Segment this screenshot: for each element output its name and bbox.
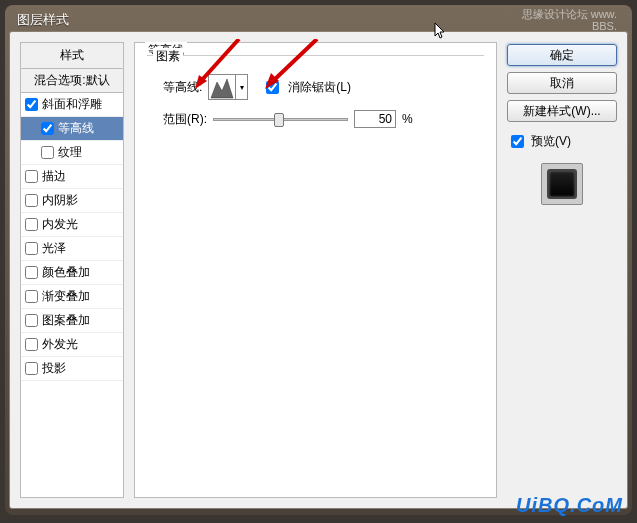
watermark-top-line2: BBS. (522, 20, 617, 32)
style-label: 纹理 (58, 144, 82, 161)
style-checkbox[interactable] (25, 362, 38, 375)
style-checkbox[interactable] (25, 194, 38, 207)
style-checkbox[interactable] (25, 314, 38, 327)
preview-label: 预览(V) (531, 133, 571, 150)
style-label: 外发光 (42, 336, 78, 353)
styles-panel: 样式 混合选项:默认 斜面和浮雕等高线纹理描边内阴影内发光光泽颜色叠加渐变叠加图… (20, 42, 124, 498)
antialias-checkbox[interactable] (266, 81, 279, 94)
new-style-button[interactable]: 新建样式(W)... (507, 100, 617, 122)
settings-panel: 等高线 图素 等高线: ▾ 消除锯齿(L) (134, 42, 497, 498)
style-checkbox[interactable] (25, 170, 38, 183)
preview-checkbox[interactable] (511, 135, 524, 148)
preview-swatch-inner (547, 169, 577, 199)
style-label: 渐变叠加 (42, 288, 90, 305)
range-slider-thumb[interactable] (274, 113, 284, 127)
style-checkbox[interactable] (41, 122, 54, 135)
style-checkbox[interactable] (25, 290, 38, 303)
style-checkbox[interactable] (25, 338, 38, 351)
style-checkbox[interactable] (41, 146, 54, 159)
style-item-8[interactable]: 渐变叠加 (21, 285, 123, 309)
contour-picker[interactable]: ▾ (208, 74, 248, 100)
antialias-label: 消除锯齿(L) (288, 79, 351, 96)
range-input[interactable] (354, 110, 396, 128)
style-label: 投影 (42, 360, 66, 377)
cursor-icon (434, 22, 448, 44)
style-label: 描边 (42, 168, 66, 185)
style-checkbox[interactable] (25, 242, 38, 255)
watermark-bottom: UiBQ.CoM (516, 494, 623, 517)
style-item-3[interactable]: 描边 (21, 165, 123, 189)
style-label: 内阴影 (42, 192, 78, 209)
style-item-11[interactable]: 投影 (21, 357, 123, 381)
style-checkbox[interactable] (25, 266, 38, 279)
range-row: 范围(R): % (163, 110, 484, 128)
style-label: 等高线 (58, 120, 94, 137)
watermark-top: 思缘设计论坛 www. BBS. (522, 8, 617, 32)
style-checkbox[interactable] (25, 218, 38, 231)
style-item-6[interactable]: 光泽 (21, 237, 123, 261)
style-item-0[interactable]: 斜面和浮雕 (21, 93, 123, 117)
preview-option[interactable]: 预览(V) (507, 132, 617, 151)
contour-thumbnail-icon (209, 75, 235, 99)
sub-group-title: 图素 (153, 48, 183, 65)
range-unit: % (402, 112, 413, 126)
style-item-5[interactable]: 内发光 (21, 213, 123, 237)
dialog-window: 图层样式 样式 混合选项:默认 斜面和浮雕等高线纹理描边内阴影内发光光泽颜色叠加… (5, 5, 632, 515)
style-item-10[interactable]: 外发光 (21, 333, 123, 357)
style-label: 光泽 (42, 240, 66, 257)
range-label: 范围(R): (163, 111, 207, 128)
styles-list: 斜面和浮雕等高线纹理描边内阴影内发光光泽颜色叠加渐变叠加图案叠加外发光投影 (21, 93, 123, 381)
style-checkbox[interactable] (25, 98, 38, 111)
range-slider[interactable] (213, 118, 348, 121)
style-item-2[interactable]: 纹理 (21, 141, 123, 165)
window-title: 图层样式 (17, 12, 69, 27)
preview-swatch (541, 163, 583, 205)
styles-header: 样式 (21, 43, 123, 69)
style-item-9[interactable]: 图案叠加 (21, 309, 123, 333)
antialias-option[interactable]: 消除锯齿(L) (262, 78, 351, 97)
elements-group: 图素 等高线: ▾ 消除锯齿(L) (147, 55, 484, 138)
ok-button[interactable]: 确定 (507, 44, 617, 66)
style-item-1[interactable]: 等高线 (21, 117, 123, 141)
style-label: 斜面和浮雕 (42, 96, 102, 113)
watermark-top-line1: 思缘设计论坛 www. (522, 8, 617, 20)
style-label: 内发光 (42, 216, 78, 233)
contour-row: 等高线: ▾ 消除锯齿(L) (163, 74, 484, 100)
contour-dropdown-icon[interactable]: ▾ (235, 75, 247, 99)
style-label: 图案叠加 (42, 312, 90, 329)
cancel-button[interactable]: 取消 (507, 72, 617, 94)
style-item-4[interactable]: 内阴影 (21, 189, 123, 213)
style-item-7[interactable]: 颜色叠加 (21, 261, 123, 285)
blend-options-row[interactable]: 混合选项:默认 (21, 69, 123, 93)
dialog-body: 样式 混合选项:默认 斜面和浮雕等高线纹理描边内阴影内发光光泽颜色叠加渐变叠加图… (9, 31, 628, 509)
right-panel: 确定 取消 新建样式(W)... 预览(V) (507, 42, 617, 498)
contour-label: 等高线: (163, 79, 202, 96)
style-label: 颜色叠加 (42, 264, 90, 281)
